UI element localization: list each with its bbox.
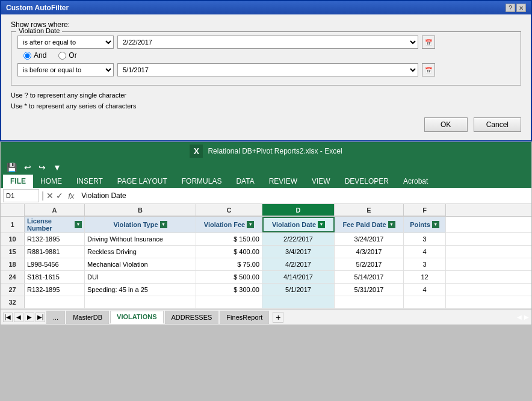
tab-acrobat[interactable]: Acrobat bbox=[396, 175, 435, 188]
tab-insert[interactable]: INSERT bbox=[69, 175, 110, 188]
condition2-select[interactable]: is before or equal to is after or equal … bbox=[17, 63, 114, 76]
cell-a[interactable]: R132-1895 bbox=[25, 233, 85, 245]
cell-e[interactable]: 3/24/2017 bbox=[335, 233, 404, 245]
confirm-formula-icon[interactable]: ✓ bbox=[56, 191, 63, 200]
condition1-select[interactable]: is after or equal to is before or equal … bbox=[17, 36, 114, 49]
tab-developer[interactable]: DEVELOPER bbox=[338, 175, 396, 188]
sheet-tab-addresses[interactable]: ADDRESSES bbox=[165, 311, 219, 324]
ok-button[interactable]: OK bbox=[424, 117, 468, 132]
cell-1c[interactable]: Violation Fee ▼ bbox=[196, 217, 262, 232]
cell-c[interactable]: $ 150.00 bbox=[196, 233, 262, 245]
tab-data[interactable]: DATA bbox=[229, 175, 261, 188]
radio-and-label[interactable]: And bbox=[23, 51, 46, 60]
cell-a[interactable]: S181-1615 bbox=[25, 271, 85, 283]
show-rows-label: Show rows where: bbox=[11, 20, 521, 29]
filter-btn-d[interactable]: ▼ bbox=[318, 221, 325, 228]
cell-f[interactable]: 3 bbox=[404, 258, 446, 270]
save-qs-button[interactable]: 💾 bbox=[4, 161, 19, 173]
radio-or-label[interactable]: Or bbox=[58, 51, 76, 60]
col-header-e[interactable]: E bbox=[335, 204, 404, 216]
cell-1f[interactable]: Points ▼ bbox=[404, 217, 446, 232]
cell-1a[interactable]: License Number ▼ bbox=[25, 217, 85, 232]
filter-btn-a[interactable]: ▼ bbox=[75, 221, 82, 228]
cell-a[interactable]: R881-9881 bbox=[25, 246, 85, 258]
tab-home[interactable]: HOME bbox=[33, 175, 69, 188]
sheet-nav-first[interactable]: |◀ bbox=[3, 312, 13, 322]
cell-b[interactable] bbox=[85, 296, 196, 308]
cell-c[interactable] bbox=[196, 296, 262, 308]
radio-or[interactable] bbox=[58, 52, 66, 60]
cell-a[interactable]: R132-1895 bbox=[25, 284, 85, 296]
cell-e[interactable]: 5/2/2017 bbox=[335, 258, 404, 270]
cell-e[interactable] bbox=[335, 296, 404, 308]
value1-select[interactable]: 2/22/2017 bbox=[117, 36, 418, 49]
cell-a[interactable] bbox=[25, 296, 85, 308]
cell-f[interactable]: 4 bbox=[404, 284, 446, 296]
filter-btn-e[interactable]: ▼ bbox=[388, 221, 395, 228]
col-header-a[interactable]: A bbox=[25, 204, 85, 216]
scroll-right[interactable]: ▶ bbox=[524, 314, 529, 320]
cell-c[interactable]: $ 300.00 bbox=[196, 284, 262, 296]
cell-b[interactable]: Reckless Driving bbox=[85, 246, 196, 258]
help-button[interactable]: ? bbox=[506, 4, 515, 12]
cell-ref-box[interactable]: D1 bbox=[3, 189, 39, 202]
cell-c[interactable]: $ 500.00 bbox=[196, 271, 262, 283]
value2-select[interactable]: 5/1/2017 bbox=[117, 63, 418, 76]
tab-view[interactable]: VIEW bbox=[305, 175, 338, 188]
col-header-d[interactable]: D bbox=[262, 204, 335, 216]
cell-e[interactable]: 4/3/2017 bbox=[335, 246, 404, 258]
cell-e[interactable]: 5/14/2017 bbox=[335, 271, 404, 283]
cancel-formula-icon[interactable]: ✕ bbox=[46, 191, 54, 200]
cell-d[interactable]: 4/2/2017 bbox=[262, 258, 335, 270]
cell-d[interactable]: 4/14/2017 bbox=[262, 271, 335, 283]
cell-b[interactable]: Driving Without Insurance bbox=[85, 233, 196, 245]
col-header-c[interactable]: C bbox=[196, 204, 262, 216]
filter-btn-b[interactable]: ▼ bbox=[160, 221, 167, 228]
col-header-f[interactable]: F bbox=[404, 204, 446, 216]
calendar-button-2[interactable]: 📅 bbox=[422, 63, 435, 76]
col-header-b[interactable]: B bbox=[85, 204, 196, 216]
tab-formulas[interactable]: FORMULAS bbox=[175, 175, 229, 188]
cell-a[interactable]: L998-5456 bbox=[25, 258, 85, 270]
cell-b[interactable]: Speeding: 45 in a 25 bbox=[85, 284, 196, 296]
sheet-tab-ellipsis[interactable]: ... bbox=[46, 311, 65, 324]
cell-d[interactable]: 2/22/2017 bbox=[262, 233, 335, 245]
sheet-nav-next[interactable]: ▶ bbox=[25, 312, 34, 322]
cancel-button[interactable]: Cancel bbox=[474, 117, 521, 132]
calendar-button-1[interactable]: 📅 bbox=[422, 36, 435, 49]
redo-button[interactable]: ↪ bbox=[36, 161, 48, 173]
tab-file[interactable]: FILE bbox=[3, 175, 33, 188]
cell-c[interactable]: $ 75.00 bbox=[196, 258, 262, 270]
dialog-titlebar: Custom AutoFilter ? ✕ bbox=[1, 1, 531, 14]
sheet-tab-masterdb[interactable]: MasterDB bbox=[66, 311, 109, 324]
cell-b[interactable]: Mechanical Violation bbox=[85, 258, 196, 270]
sheet-nav-last[interactable]: ▶| bbox=[36, 312, 45, 322]
cell-e[interactable]: 5/31/2017 bbox=[335, 284, 404, 296]
sheet-tab-finesreport[interactable]: FinesReport bbox=[220, 311, 269, 324]
cell-f[interactable]: 4 bbox=[404, 246, 446, 258]
undo-button[interactable]: ↩ bbox=[22, 161, 34, 173]
qs-dropdown[interactable]: ▼ bbox=[51, 161, 64, 173]
cell-b[interactable]: DUI bbox=[85, 271, 196, 283]
cell-d[interactable]: 5/1/2017 bbox=[262, 284, 335, 296]
cell-f[interactable] bbox=[404, 296, 446, 308]
cell-c[interactable]: $ 400.00 bbox=[196, 246, 262, 258]
sheet-nav-prev[interactable]: ◀ bbox=[14, 312, 23, 322]
cell-1b[interactable]: Violation Type ▼ bbox=[85, 217, 196, 232]
filter-btn-c[interactable]: ▼ bbox=[247, 221, 254, 228]
cell-d[interactable]: 3/4/2017 bbox=[262, 246, 335, 258]
tab-review[interactable]: REVIEW bbox=[262, 175, 305, 188]
cell-d[interactable] bbox=[262, 296, 335, 308]
radio-and[interactable] bbox=[23, 52, 31, 60]
sheet-add-button[interactable]: + bbox=[273, 312, 283, 323]
excel-title: Relational DB+Pivot Reports2.xlsx - Exce… bbox=[208, 147, 342, 155]
tab-page-layout[interactable]: PAGE LAYOUT bbox=[110, 175, 175, 188]
sheet-tab-violations[interactable]: VIOLATIONS bbox=[110, 311, 163, 324]
filter-btn-f[interactable]: ▼ bbox=[432, 221, 439, 228]
cell-f[interactable]: 12 bbox=[404, 271, 446, 283]
close-button[interactable]: ✕ bbox=[516, 4, 526, 12]
cell-1d[interactable]: Violation Date ▼ bbox=[262, 217, 335, 232]
cell-f[interactable]: 3 bbox=[404, 233, 446, 245]
scroll-left[interactable]: ◀ bbox=[517, 314, 522, 320]
cell-1e[interactable]: Fee Paid Date ▼ bbox=[335, 217, 404, 232]
